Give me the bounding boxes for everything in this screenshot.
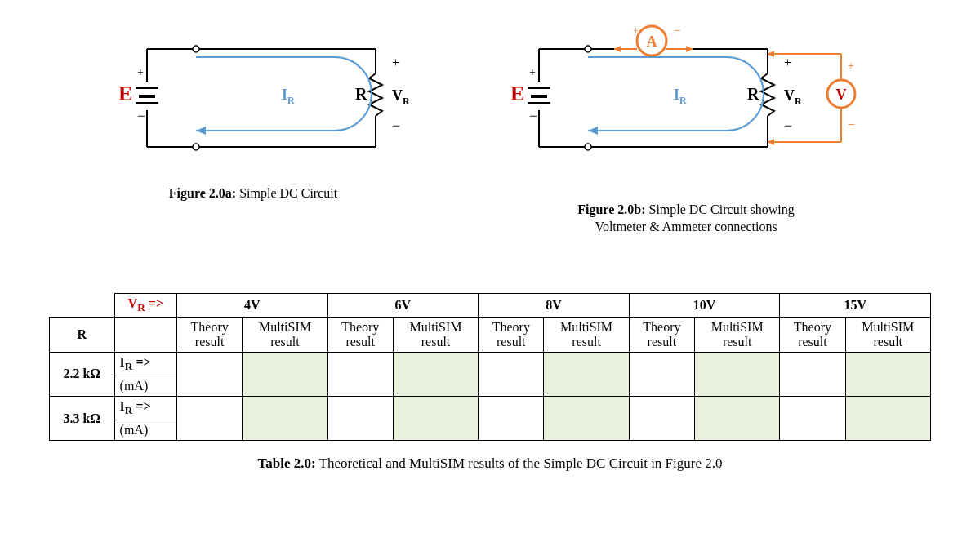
svg-marker-54 [768,139,774,145]
svg-text:IR: IR [674,87,687,106]
figure-a-caption: Figure 2.0a: Simple DC Circuit [82,185,425,202]
svg-text:−: − [784,118,792,134]
results-table: VR => 4V 6V 8V 10V 15V R Theoryresult Mu… [49,293,931,442]
svg-text:+: + [392,56,399,69]
figure-b-caption: Figure 2.0b: Simple DC Circuit showing V… [474,202,898,236]
col-4v: 4V [177,293,328,317]
table-row: 2.2 kΩ IR => [50,352,931,376]
figure-2-0a: E + − IR R VR + − Figure 2.0a: Simple DC… [82,24,425,202]
table-caption: Table 2.0: Theoretical and MultiSIM resu… [49,456,931,472]
svg-point-39 [585,144,591,150]
svg-text:VR: VR [392,87,410,107]
svg-text:+: + [784,56,791,69]
subhead-theory: Theoryresult [177,317,243,352]
table-row: 3.3 kΩ IR => [50,396,931,420]
svg-text:−: − [848,118,855,131]
svg-text:VR: VR [784,87,802,107]
svg-text:IR: IR [282,87,295,106]
svg-text:−: − [392,118,400,134]
svg-text:+: + [633,24,639,37]
svg-marker-50 [768,51,774,57]
svg-marker-11 [196,127,206,135]
svg-text:V: V [836,87,847,103]
svg-text:R: R [747,85,760,103]
svg-text:−: − [674,24,680,37]
svg-text:R: R [355,85,368,103]
svg-text:+: + [848,60,854,72]
label-E: E [118,82,132,105]
col-15v: 15V [780,293,931,317]
svg-text:+: + [529,66,536,78]
circuit-diagram-a: E + − IR R VR + − [82,24,425,171]
svg-marker-33 [614,46,621,52]
circuit-diagram-b: A + − E + − IR R VR [474,24,898,188]
svg-point-9 [193,46,199,52]
svg-text:+: + [137,66,144,78]
col-6v: 6V [327,293,479,317]
figure-2-0b: A + − E + − IR R VR [474,24,898,236]
svg-point-38 [585,46,591,52]
col-8v: 8V [479,293,630,317]
svg-text:A: A [647,33,657,50]
svg-marker-40 [588,127,598,135]
svg-text:−: − [137,108,145,124]
svg-text:−: − [529,108,537,124]
svg-point-10 [193,144,199,150]
header-R: R [50,317,115,352]
col-10v: 10V [629,293,780,317]
svg-marker-35 [686,46,693,52]
subhead-multisim: MultiSIMresult [243,317,327,352]
figures-row: E + − IR R VR + − Figure 2.0a: Simple DC… [49,24,931,236]
svg-text:E: E [510,82,524,105]
